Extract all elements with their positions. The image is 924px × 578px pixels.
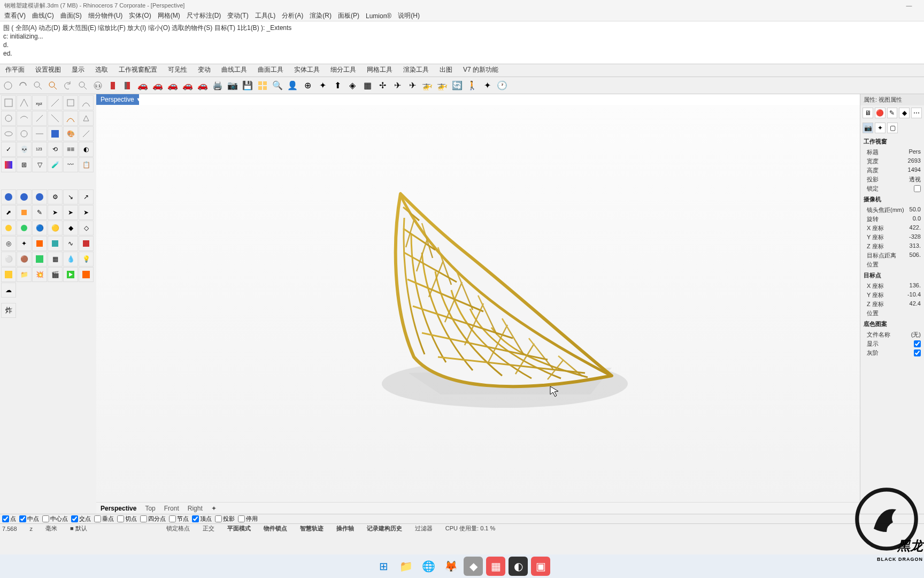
tab-visibility[interactable]: 可见性 — [163, 63, 192, 77]
tool-icon[interactable] — [1, 95, 16, 110]
printer-icon[interactable]: 🖨️ — [211, 79, 225, 93]
tool-icon[interactable]: 📋 — [79, 157, 94, 172]
command-area[interactable]: 围 ( 全部(A) 动态(D) 最大范围(E) 缩放比(F) 放大(I) 缩小(… — [0, 21, 924, 64]
tool-icon[interactable] — [1, 126, 16, 141]
curve-icon[interactable]: ∿ — [63, 236, 78, 251]
cube-red-icon[interactable] — [79, 236, 94, 251]
arrow-icon[interactable]: ➤ — [63, 205, 78, 220]
grid-yellow-icon[interactable] — [1, 267, 16, 282]
compass-icon[interactable]: ⬆ — [330, 79, 344, 93]
menu-render[interactable]: 渲染(R) — [306, 10, 335, 21]
menu-solid[interactable]: 实体(O) — [126, 10, 154, 21]
taskbar-app-icon[interactable]: ◐ — [509, 557, 528, 576]
prop-sub-gumball-icon[interactable]: ✦ — [875, 123, 886, 133]
taskbar-firefox-icon[interactable]: 🦊 — [441, 557, 460, 576]
osnap-knot[interactable]: 节点 — [169, 515, 189, 523]
tab-select[interactable]: 选取 — [90, 63, 113, 77]
rect-orange-icon[interactable] — [17, 205, 32, 220]
status-osnap[interactable]: 物件锁点 — [264, 524, 287, 533]
tool-icon[interactable] — [1, 111, 16, 126]
pencil-icon[interactable]: ✎ — [32, 205, 47, 220]
sun-icon[interactable]: 🔍 — [271, 79, 284, 93]
car-side-icon[interactable]: 🚗 — [136, 79, 150, 93]
tool-icon[interactable]: xyz — [32, 95, 47, 110]
tool-icon[interactable] — [79, 126, 94, 141]
arrow-icon[interactable]: ↘ — [63, 189, 78, 204]
undo-view-icon[interactable] — [61, 79, 75, 93]
gray-checkbox[interactable] — [914, 349, 921, 357]
person-icon[interactable]: 👤 — [286, 79, 299, 93]
wireframe-icon[interactable] — [121, 79, 135, 93]
osnap-tan[interactable]: 切点 — [117, 515, 137, 523]
cloud-icon[interactable]: ☁ — [1, 283, 16, 298]
film-icon[interactable]: 🎬 — [48, 267, 63, 282]
menu-mesh[interactable]: 网格(M) — [155, 10, 183, 21]
bird-icon[interactable]: ✈ — [405, 79, 419, 93]
menu-dimension[interactable]: 尺寸标注(D) — [183, 10, 225, 21]
arrow-icon[interactable]: ➤ — [48, 205, 63, 220]
tool-icon[interactable]: ⟲ — [48, 142, 63, 157]
tool-icon[interactable]: ≡≡ — [63, 142, 78, 157]
check-icon[interactable]: ✓ — [1, 142, 16, 157]
prop-sub-camera-icon[interactable]: 📷 — [863, 123, 873, 133]
lock-checkbox[interactable] — [914, 185, 921, 193]
prop-tab-more-icon[interactable]: ⋯ — [911, 108, 922, 118]
arrow-icon[interactable]: ⬈ — [1, 205, 16, 220]
tab-display[interactable]: 显示 — [66, 63, 90, 77]
sphere-multi-icon[interactable]: 🟡 — [48, 220, 63, 235]
heli2-icon[interactable]: 🚁 — [435, 79, 449, 93]
bulb-yellow-icon[interactable] — [1, 220, 16, 235]
folder-icon[interactable]: 📁 — [17, 267, 32, 282]
menu-surface[interactable]: 曲面(S) — [57, 10, 85, 21]
tool-icon[interactable] — [17, 111, 32, 126]
minimize-button[interactable]: — — [898, 2, 920, 9]
tool-icon[interactable] — [63, 95, 78, 110]
sphere-blue-icon[interactable] — [1, 189, 16, 204]
pan-icon[interactable] — [1, 79, 15, 93]
menu-lumion[interactable]: Lumion® — [363, 11, 395, 21]
tool-icon[interactable] — [48, 111, 63, 126]
tab-meshtools[interactable]: 网格工具 — [361, 63, 398, 77]
taskbar-recorder-icon[interactable]: ▣ — [531, 557, 550, 576]
tool-icon[interactable]: 123 — [32, 142, 47, 157]
vtab-perspective[interactable]: Perspective — [101, 505, 136, 512]
osnap-perp[interactable]: 垂点 — [94, 515, 114, 523]
turntable-icon[interactable]: 🔄 — [450, 79, 464, 93]
viewport-title[interactable]: Perspective▼ — [96, 94, 139, 105]
zoom-target-icon[interactable]: 1:1 — [91, 79, 105, 93]
tab-surfacetools[interactable]: 曲面工具 — [252, 63, 289, 77]
osnap-int[interactable]: 交点 — [71, 515, 91, 523]
osnap-end[interactable]: 点 — [2, 515, 16, 523]
gear-icon[interactable]: ✦ — [17, 236, 32, 251]
color-tool-icon[interactable] — [48, 126, 63, 141]
osnap-mid[interactable]: 中点 — [19, 515, 39, 523]
gradient-icon[interactable] — [1, 157, 16, 172]
rotate-view-icon[interactable] — [16, 79, 30, 93]
taskbar-edge-icon[interactable]: 🌐 — [419, 557, 438, 576]
block-orange-icon[interactable] — [79, 267, 94, 282]
rainbow-tool-icon[interactable]: 🎨 — [63, 126, 78, 141]
tool-icon[interactable]: ⊞ — [17, 157, 32, 172]
four-view-icon[interactable] — [256, 79, 270, 93]
taskbar-start-icon[interactable]: ⊞ — [374, 557, 393, 576]
menu-view[interactable]: 查看(V) — [1, 10, 29, 21]
status-smarttrack[interactable]: 智慧轨迹 — [300, 524, 324, 533]
tool-icon[interactable] — [48, 95, 63, 110]
cube-orange-icon[interactable] — [32, 236, 47, 251]
menu-panels[interactable]: 面板(P) — [335, 10, 363, 21]
sphere-multi-icon[interactable]: 🔵 — [32, 220, 47, 235]
prop-tab-material-icon[interactable]: 🔴 — [875, 108, 886, 118]
prop-sub-box-icon[interactable]: ▢ — [887, 123, 898, 133]
crosshair-icon[interactable]: ✦ — [315, 79, 329, 93]
vtab-top[interactable]: Top — [145, 505, 155, 512]
vtab-right[interactable]: Right — [188, 505, 203, 512]
bulb-icon[interactable]: 💡 — [79, 252, 94, 267]
menu-transform[interactable]: 变动(T) — [224, 10, 251, 21]
menu-tools[interactable]: 工具(L) — [252, 10, 279, 21]
play-green-icon[interactable] — [63, 267, 78, 282]
save-icon[interactable]: 💾 — [241, 79, 255, 93]
grid-green-icon[interactable] — [32, 252, 47, 267]
vtab-front[interactable]: Front — [164, 505, 179, 512]
osnap-cen[interactable]: 中心点 — [42, 515, 68, 523]
viewport-3d[interactable] — [96, 105, 860, 502]
